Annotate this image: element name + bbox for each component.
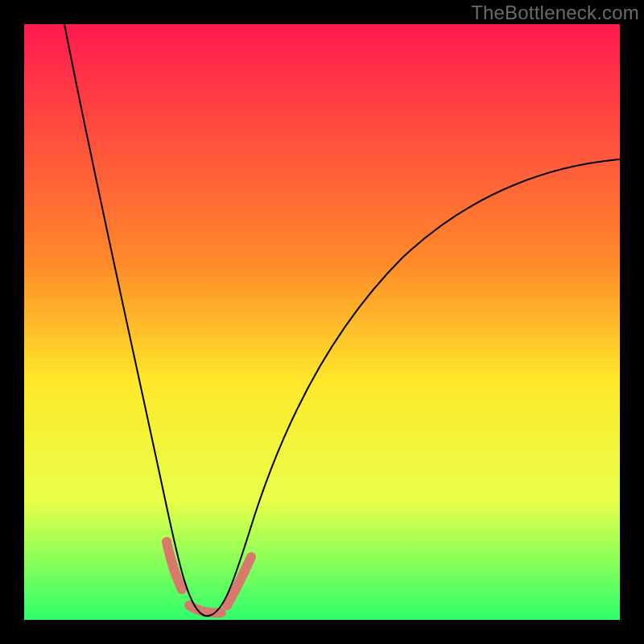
plot-area [24, 24, 620, 620]
bottleneck-curve [24, 24, 620, 620]
watermark-text: TheBottleneck.com [471, 2, 639, 24]
chart-stage: TheBottleneck.com [0, 0, 644, 644]
curve-path [64, 24, 620, 616]
